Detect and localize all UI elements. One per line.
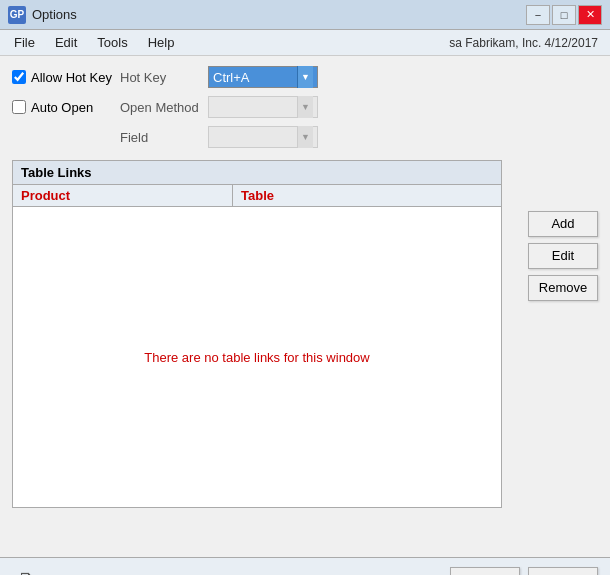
open-method-arrow: ▼ xyxy=(297,96,313,118)
title-bar-controls: − □ ✕ xyxy=(526,5,602,25)
right-buttons: Add Edit Remove xyxy=(528,211,598,301)
allow-hot-key-row: Allow Hot Key Hot Key Ctrl+A ▼ xyxy=(12,66,598,88)
app-icon: GP xyxy=(8,6,26,24)
field-arrow: ▼ xyxy=(297,126,313,148)
field-row: Field ▼ xyxy=(120,126,598,148)
table-links-empty-message: There are no table links for this window xyxy=(144,350,369,365)
restore-button[interactable]: □ xyxy=(552,5,576,25)
hot-key-dropdown[interactable]: Ctrl+A ▼ xyxy=(208,66,318,88)
title-bar-left: GP Options xyxy=(8,6,77,24)
auto-open-text: Auto Open xyxy=(31,100,93,115)
close-button[interactable]: ✕ xyxy=(578,5,602,25)
menu-edit[interactable]: Edit xyxy=(45,31,87,54)
col-table-header: Table xyxy=(233,185,501,206)
auto-open-label: Auto Open xyxy=(12,100,112,115)
title-bar: GP Options − □ ✕ xyxy=(0,0,610,30)
table-links-section: Table Links Product Table There are no t… xyxy=(12,160,502,508)
table-links-columns: Product Table xyxy=(13,185,501,207)
menu-help[interactable]: Help xyxy=(138,31,185,54)
menu-bar-info: sa Fabrikam, Inc. 4/12/2017 xyxy=(449,36,606,50)
cancel-button[interactable]: Cancel xyxy=(528,567,598,576)
main-window: Allow Hot Key Hot Key Ctrl+A ▼ Auto Open… xyxy=(0,56,610,575)
edit-button[interactable]: Edit xyxy=(528,243,598,269)
window-title: Options xyxy=(32,7,77,22)
bottom-icon: 🗎 xyxy=(12,567,42,576)
open-method-dropdown: ▼ xyxy=(208,96,318,118)
col-product-header: Product xyxy=(13,185,233,206)
minimize-button[interactable]: − xyxy=(526,5,550,25)
hot-key-dropdown-arrow[interactable]: ▼ xyxy=(297,66,313,88)
menu-bar: File Edit Tools Help sa Fabrikam, Inc. 4… xyxy=(0,30,610,56)
allow-hot-key-checkbox[interactable] xyxy=(12,70,26,84)
table-links-header: Table Links xyxy=(13,161,501,185)
allow-hot-key-label: Allow Hot Key xyxy=(12,70,112,85)
auto-open-checkbox[interactable] xyxy=(12,100,26,114)
field-dropdown: ▼ xyxy=(208,126,318,148)
save-button[interactable]: Save xyxy=(450,567,520,576)
table-links-body: There are no table links for this window xyxy=(13,207,501,507)
allow-hot-key-text: Allow Hot Key xyxy=(31,70,112,85)
hot-key-label: Hot Key xyxy=(120,70,200,85)
auto-open-row: Auto Open Open Method ▼ xyxy=(12,96,598,118)
main-content: Allow Hot Key Hot Key Ctrl+A ▼ Auto Open… xyxy=(0,56,610,518)
menu-tools[interactable]: Tools xyxy=(87,31,137,54)
hot-key-value: Ctrl+A xyxy=(213,70,297,85)
field-label: Field xyxy=(120,130,200,145)
menu-file[interactable]: File xyxy=(4,31,45,54)
add-button[interactable]: Add xyxy=(528,211,598,237)
open-method-label: Open Method xyxy=(120,100,200,115)
bottom-bar: 🗎 Save Cancel xyxy=(0,557,610,575)
remove-button[interactable]: Remove xyxy=(528,275,598,301)
